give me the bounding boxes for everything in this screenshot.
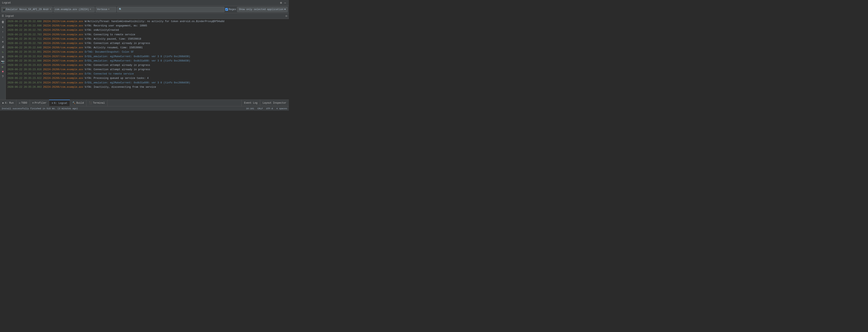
tab-terminal-label: Terminal: [93, 101, 105, 104]
regex-area: Regex: [225, 8, 236, 11]
log-content[interactable]: 2020-06-22 20:35:22.680 26224-26224/com.…: [6, 19, 289, 99]
tab-profiler-label: Profiler: [35, 101, 46, 104]
app-title: Logcat: [2, 1, 11, 4]
level-dropdown-arrow: ▼: [108, 8, 110, 10]
profiler-tab-icon: ⊙: [32, 101, 34, 104]
status-encoding: UTF-8: [266, 108, 273, 110]
title-bar: Logcat ⚙ —: [0, 0, 289, 6]
log-line[interactable]: 2020-06-22 20:35:22.701 26224-26256/com.…: [6, 28, 289, 32]
run-button[interactable]: ▶: [1, 64, 5, 69]
log-line[interactable]: 2020-06-22 20:35:22.861 26224-26224/com.…: [6, 50, 289, 54]
logcat-menu-icon[interactable]: ☰: [2, 14, 4, 18]
settings-side-button[interactable]: ⚙: [1, 55, 5, 59]
search-icon: 🔍: [119, 8, 122, 11]
logcat-grid-icon[interactable]: ⊞: [285, 14, 287, 18]
logcat-header: ☰ logcat ⊞: [0, 13, 289, 19]
log-line[interactable]: 2020-06-22 20:35:24.874 26224-26267/com.…: [6, 81, 289, 85]
device-label: Emulator Nexus_5X_API_29 Andr: [6, 8, 49, 11]
tab-terminal[interactable]: ⬛ Terminal: [87, 100, 107, 106]
show-selected-label: Show only selected application: [239, 8, 283, 11]
log-line[interactable]: 2020-06-22 20:35:22.703 26224-26266/com.…: [6, 33, 289, 37]
bottom-right-tabs: Event Log Layout Inspector: [241, 100, 289, 106]
status-right: 16:101 CRLF UTF-8 4 spaces: [246, 108, 287, 110]
bottom-tabs: ▶ 4: Run ☑ TODO ⊙ Profiler ≡ 6: Logcat 🔨…: [0, 99, 289, 106]
search-box[interactable]: 🔍: [117, 7, 224, 12]
refresh-button[interactable]: ↻: [1, 50, 5, 54]
toolbar: 📱 Emulator Nexus_5X_API_29 Andr ▼ com.ex…: [0, 6, 289, 13]
tab-run-label: 4: Run: [5, 101, 13, 104]
event-log-label: Event Log: [244, 101, 257, 104]
tab-profiler[interactable]: ⊙ Profiler: [30, 100, 49, 106]
log-line[interactable]: 2020-06-22 20:35:22.711 26224-26266/com.…: [6, 37, 289, 41]
todo-tab-icon: ☑: [19, 101, 20, 104]
log-line[interactable]: 2020-06-22 20:35:22.914 26224-26267/com.…: [6, 55, 289, 59]
minimize-button[interactable]: —: [283, 1, 287, 4]
build-tab-icon: 🔨: [72, 101, 75, 104]
tab-event-log[interactable]: Event Log: [241, 100, 260, 106]
log-line[interactable]: 2020-06-22 20:35:23.022 26224-26266/com.…: [6, 76, 289, 81]
log-level-selector[interactable]: Verbose ▼: [96, 7, 116, 12]
print-button[interactable]: 🖨: [1, 44, 5, 49]
log-line[interactable]: 2020-06-22 20:35:22.769 26224-26266/com.…: [6, 41, 289, 46]
tab-todo[interactable]: ☑ TODO: [16, 100, 30, 106]
clear-button[interactable]: 🗑: [1, 20, 5, 24]
tab-todo-label: TODO: [21, 101, 27, 104]
tab-build-label: Build: [76, 101, 84, 104]
help-button[interactable]: ?: [1, 74, 5, 79]
log-line[interactable]: 2020-06-22 20:35:23.016 26224-26266/com.…: [6, 67, 289, 72]
filter-button[interactable]: ≡: [1, 40, 5, 44]
status-position: 16:101: [246, 108, 254, 110]
layout-inspector-label: Layout Inspector: [262, 101, 286, 104]
package-label: com.example.asv (26224): [55, 8, 89, 11]
log-line[interactable]: 2020-06-22 20:35:23.015 26224-26266/com.…: [6, 63, 289, 67]
log-line[interactable]: 2020-06-22 20:35:28.063 26224-26266/com.…: [6, 85, 289, 89]
package-selector[interactable]: com.example.asv (26224) ▼: [54, 7, 95, 12]
tab-logcat[interactable]: ≡ 6: Logcat: [49, 100, 70, 106]
tab-logcat-label: 6: Logcat: [54, 102, 67, 105]
log-line[interactable]: 2020-06-22 20:35:22.848 26224-26266/com.…: [6, 46, 289, 50]
device-selector[interactable]: 📱 Emulator Nexus_5X_API_29 Andr ▼: [1, 7, 53, 12]
scroll-up-button[interactable]: ↑: [1, 30, 5, 34]
status-line-ending: CRLF: [257, 108, 263, 110]
run-tab-icon: ▶: [2, 101, 4, 104]
device-dropdown-arrow: ▼: [50, 8, 51, 10]
log-line[interactable]: 2020-06-22 20:35:22.680 26224-26224/com.…: [6, 20, 289, 24]
package-dropdown-arrow: ▼: [90, 8, 91, 10]
show-selected-dropdown[interactable]: Show only selected application ▼: [237, 7, 288, 12]
main-area: 🗑 ⬇ ↑ ↓ ≡ 🖨 ↻ ⚙ 📷 ▶ ■ ? 2020-06-22 20:35…: [0, 19, 289, 99]
side-toolbar: 🗑 ⬇ ↑ ↓ ≡ 🖨 ↻ ⚙ 📷 ▶ ■ ?: [0, 19, 6, 99]
status-message: Install successfully finished in 515 ms.…: [2, 108, 78, 110]
level-label: Verbose: [97, 8, 107, 11]
regex-label: Regex: [229, 8, 236, 11]
log-line[interactable]: 2020-06-22 20:35:22.990 26224-26267/com.…: [6, 59, 289, 63]
regex-checkbox[interactable]: [225, 8, 228, 11]
title-bar-left: Logcat: [2, 1, 11, 4]
settings-icon[interactable]: ⚙: [279, 1, 283, 4]
tab-layout-inspector[interactable]: Layout Inspector: [260, 100, 289, 106]
scroll-end-button[interactable]: ⬇: [1, 25, 5, 29]
tab-run[interactable]: ▶ 4: Run: [0, 100, 16, 106]
log-line[interactable]: 2020-06-22 20:35:22.698 26224-26266/com.…: [6, 24, 289, 28]
tab-build[interactable]: 🔨 Build: [70, 100, 87, 106]
terminal-tab-icon: ⬛: [89, 101, 92, 104]
logcat-title: logcat: [5, 14, 14, 18]
screenshot-button[interactable]: 📷: [1, 59, 5, 64]
logcat-header-left: ☰ logcat: [2, 14, 14, 18]
status-indent: 4 spaces: [276, 108, 287, 110]
status-bar: Install successfully finished in 515 ms.…: [0, 106, 289, 111]
show-selected-arrow: ▼: [284, 8, 286, 11]
scroll-down-button[interactable]: ↓: [1, 35, 5, 39]
log-line[interactable]: 2020-06-22 20:35:23.020 26224-26266/com.…: [6, 72, 289, 76]
stop-button[interactable]: ■: [1, 69, 5, 74]
logcat-tab-icon: ≡: [52, 102, 53, 105]
title-bar-right: ⚙ —: [279, 1, 287, 4]
